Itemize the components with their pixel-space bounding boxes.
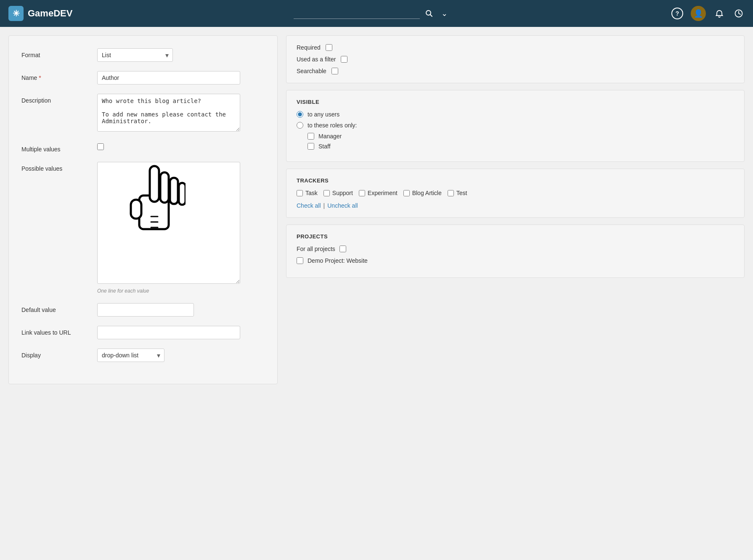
default-value-control — [97, 303, 265, 317]
to-any-users-row: to any users — [297, 111, 734, 118]
used-as-filter-label: Used as a filter — [297, 56, 336, 63]
required-checkbox[interactable] — [326, 44, 332, 51]
name-input[interactable] — [97, 71, 240, 85]
tracker-test: Test — [448, 190, 467, 196]
format-select-wrapper: List — [97, 48, 173, 62]
tracker-support-checkbox[interactable] — [323, 190, 330, 196]
display-control: drop-down list — [97, 349, 265, 362]
tracker-experiment-label: Experiment — [368, 190, 398, 196]
role-staff-row: Staff — [308, 143, 734, 150]
name-control — [97, 71, 265, 85]
format-label: Format — [21, 48, 89, 58]
to-these-roles-radio[interactable] — [297, 122, 303, 129]
possible-values-hint: One line for each value — [97, 288, 265, 294]
avatar[interactable]: 👤 — [691, 6, 706, 21]
left-panel: Format List Name * Description — [8, 35, 278, 384]
description-control: Who wrote this blog article? To add new … — [97, 94, 265, 133]
svg-line-1 — [430, 15, 432, 17]
description-row: Description Who wrote this blog article?… — [21, 94, 265, 133]
link-values-row: Link values to URL — [21, 326, 265, 339]
search-input[interactable] — [294, 8, 420, 19]
tracker-test-label: Test — [456, 190, 467, 196]
searchable-row: Searchable — [297, 68, 734, 74]
clock-icon[interactable] — [733, 8, 745, 19]
display-row: Display drop-down list — [21, 349, 265, 362]
default-value-input[interactable] — [97, 303, 194, 317]
trackers-title: TRACKERS — [297, 177, 734, 184]
app-title: GameDEV — [28, 8, 72, 19]
searchable-label: Searchable — [297, 68, 326, 74]
possible-values-control: One line for each value — [97, 162, 265, 294]
to-these-roles-row: to these roles only: — [297, 122, 734, 129]
required-marker: * — [39, 74, 41, 81]
tracker-blog-article-checkbox[interactable] — [403, 190, 410, 196]
visible-title: VISIBLE — [297, 99, 734, 105]
role-manager-label: Manager — [318, 133, 342, 140]
multiple-values-label: Multiple values — [21, 143, 89, 153]
for-all-projects-checkbox[interactable] — [339, 246, 346, 252]
link-values-control — [97, 326, 265, 339]
to-any-users-label: to any users — [308, 111, 339, 118]
role-manager-checkbox[interactable] — [308, 133, 314, 140]
multiple-values-checkbox[interactable] — [97, 143, 104, 150]
demo-project-row: Demo Project: Website — [297, 257, 734, 264]
link-values-label: Link values to URL — [21, 326, 89, 336]
tracker-test-checkbox[interactable] — [448, 190, 454, 196]
check-all-button[interactable]: Check all — [297, 202, 321, 209]
app-logo[interactable]: ✳ GameDEV — [8, 6, 72, 21]
help-icon[interactable]: ? — [671, 8, 683, 19]
trackers-links: Check all | Uncheck all — [297, 202, 734, 209]
logo-icon: ✳ — [8, 6, 24, 21]
demo-project-checkbox[interactable] — [297, 257, 303, 264]
to-these-roles-label: to these roles only: — [308, 122, 357, 129]
for-all-projects-label: For all projects — [297, 246, 335, 252]
role-staff-label: Staff — [318, 143, 331, 150]
searchable-checkbox[interactable] — [331, 68, 338, 74]
chevron-down-icon[interactable]: ⌄ — [438, 8, 450, 19]
trackers-section: TRACKERS Task Support Experiment Blog Ar… — [286, 169, 745, 218]
required-label: Required — [297, 44, 321, 51]
main-content: Format List Name * Description — [0, 27, 753, 393]
default-value-row: Default value — [21, 303, 265, 317]
to-any-users-radio[interactable] — [297, 111, 303, 118]
format-control: List — [97, 48, 265, 62]
for-all-projects-row: For all projects — [297, 246, 734, 252]
role-manager-row: Manager — [308, 133, 734, 140]
properties-section: Required Used as a filter Searchable — [286, 35, 745, 83]
search-area: ⌄ — [77, 8, 666, 19]
search-icon[interactable] — [423, 8, 435, 19]
default-value-label: Default value — [21, 303, 89, 313]
used-as-filter-row: Used as a filter — [297, 56, 734, 63]
name-row: Name * — [21, 71, 265, 85]
header: ✳ GameDEV ⌄ ? 👤 — [0, 0, 753, 27]
possible-values-textarea[interactable] — [97, 162, 240, 284]
display-label: Display — [21, 349, 89, 359]
uncheck-all-button[interactable]: Uncheck all — [327, 202, 358, 209]
display-select[interactable]: drop-down list — [97, 349, 164, 362]
link-values-input[interactable] — [97, 326, 240, 339]
multiple-values-row: Multiple values — [21, 143, 265, 153]
projects-section: PROJECTS For all projects Demo Project: … — [286, 225, 745, 278]
visible-section: VISIBLE to any users to these roles only… — [286, 90, 745, 162]
tracker-task-label: Task — [305, 190, 318, 196]
tracker-blog-article: Blog Article — [403, 190, 442, 196]
tracker-task-checkbox[interactable] — [297, 190, 303, 196]
tracker-experiment: Experiment — [359, 190, 398, 196]
format-row: Format List — [21, 48, 265, 62]
description-label: Description — [21, 94, 89, 104]
bell-icon[interactable] — [713, 8, 725, 19]
display-select-wrapper: drop-down list — [97, 349, 164, 362]
link-separator: | — [323, 202, 325, 209]
possible-values-label: Possible values — [21, 162, 89, 172]
role-staff-checkbox[interactable] — [308, 143, 314, 150]
tracker-support: Support — [323, 190, 353, 196]
description-textarea[interactable]: Who wrote this blog article? To add new … — [97, 94, 240, 132]
used-as-filter-checkbox[interactable] — [341, 56, 347, 63]
possible-values-row: Possible values One line for each value — [21, 162, 265, 294]
tracker-support-label: Support — [332, 190, 353, 196]
tracker-experiment-checkbox[interactable] — [359, 190, 365, 196]
demo-project-label: Demo Project: Website — [308, 257, 368, 264]
format-select[interactable]: List — [97, 48, 173, 62]
name-label: Name * — [21, 71, 89, 81]
tracker-task: Task — [297, 190, 318, 196]
